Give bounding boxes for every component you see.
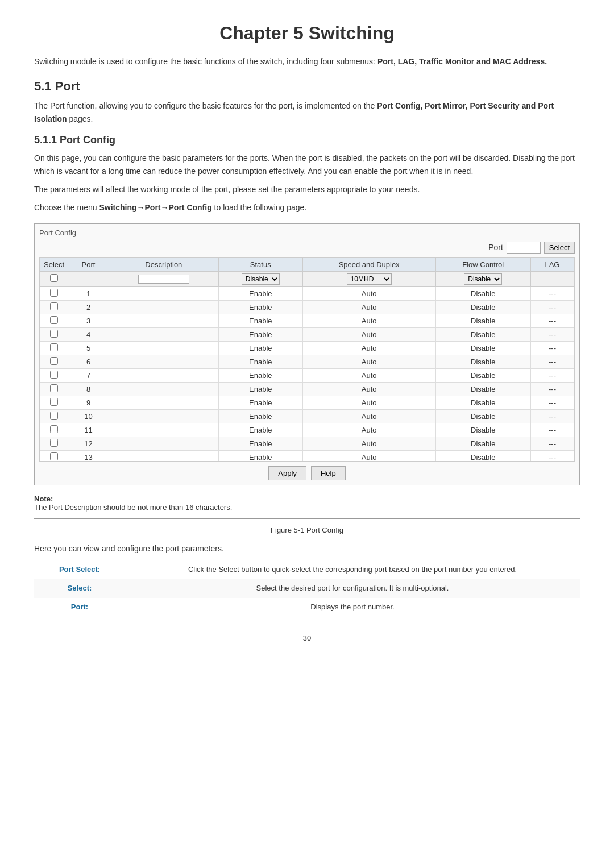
row-checkbox-cell[interactable] [40,368,68,382]
param-table-body: Port Select: Click the Select button to … [34,560,580,616]
row-description [109,437,218,450]
row-port: 9 [68,396,109,409]
row-checkbox[interactable] [50,343,58,351]
row-speed: Auto [302,396,435,409]
apply-button[interactable]: Apply [268,466,306,480]
row-description [109,423,218,437]
row-status: Enable [218,314,302,327]
port-config-box: Port Config Port Select Select Port Desc… [34,223,580,485]
row-status: Enable [218,368,302,382]
row-checkbox[interactable] [50,425,58,433]
row-checkbox[interactable] [50,316,58,324]
col-select: Select [40,258,68,271]
param-label: Port Select: [34,560,125,579]
row-checkbox[interactable] [50,439,58,447]
row-port: 3 [68,314,109,327]
speed-filter-select[interactable]: 10MHD 10MFD 100MHD 100MFD 1000MFD Auto [347,273,392,285]
filter-status-cell[interactable]: Disable Enable [218,271,302,286]
row-speed: Auto [302,314,435,327]
status-filter-select[interactable]: Disable Enable [242,273,280,285]
row-checkbox[interactable] [50,371,58,379]
menu-instruction-suffix: to load the following page. [212,203,307,212]
table-row: 7 Enable Auto Disable --- [40,368,574,382]
row-checkbox-cell[interactable] [40,409,68,423]
row-checkbox-cell[interactable] [40,396,68,409]
row-checkbox-cell[interactable] [40,286,68,300]
help-button[interactable]: Help [311,466,346,480]
description-filter-input[interactable] [138,275,189,284]
col-port: Port [68,258,109,271]
row-checkbox[interactable] [50,412,58,420]
row-flow: Disable [435,450,530,462]
table-row: 8 Enable Auto Disable --- [40,382,574,396]
table-filter-row: Disable Enable 10MHD 10MFD 100MHD 100MFD… [40,271,574,286]
row-checkbox-cell[interactable] [40,314,68,327]
row-status: Enable [218,437,302,450]
row-flow: Disable [435,368,530,382]
param-row: Port: Displays the port number. [34,598,580,617]
menu-path: Switching→Port→Port Config [99,203,211,212]
select-all-checkbox[interactable] [50,274,58,282]
param-table: Port Select: Click the Select button to … [34,560,580,616]
row-checkbox-cell[interactable] [40,450,68,462]
filter-flow-cell[interactable]: Disable Enable [435,271,530,286]
row-description [109,286,218,300]
table-row: 2 Enable Auto Disable --- [40,300,574,314]
row-status: Enable [218,396,302,409]
table-row: 3 Enable Auto Disable --- [40,314,574,327]
col-flow-control: Flow Control [435,258,530,271]
col-status: Status [218,258,302,271]
row-flow: Disable [435,300,530,314]
row-status: Enable [218,327,302,341]
row-checkbox-cell[interactable] [40,341,68,355]
filter-description-cell[interactable] [109,271,218,286]
row-description [109,409,218,423]
row-checkbox[interactable] [50,384,58,392]
row-lag: --- [530,437,574,450]
row-checkbox[interactable] [50,302,58,310]
row-lag: --- [530,382,574,396]
row-status: Enable [218,286,302,300]
row-port: 1 [68,286,109,300]
row-checkbox[interactable] [50,452,58,460]
menu-instruction-prefix: Choose the menu [34,203,99,212]
row-speed: Auto [302,409,435,423]
row-checkbox-cell[interactable] [40,423,68,437]
param-row: Select: Select the desired port for conf… [34,579,580,598]
action-buttons: Apply Help [39,466,575,480]
row-port: 5 [68,341,109,355]
row-speed: Auto [302,286,435,300]
filter-port-cell [68,271,109,286]
row-checkbox[interactable] [50,357,58,365]
port-table-wrapper[interactable]: Select Port Description Status Speed and… [39,257,575,462]
row-checkbox-cell[interactable] [40,355,68,368]
select-button[interactable]: Select [544,242,575,254]
table-row: 12 Enable Auto Disable --- [40,437,574,450]
row-checkbox-cell[interactable] [40,382,68,396]
port-select-input[interactable] [507,242,541,254]
intro-paragraph: Switching module is used to configure th… [34,55,580,68]
row-checkbox-cell[interactable] [40,437,68,450]
row-lag: --- [530,355,574,368]
row-port: 6 [68,355,109,368]
filter-checkbox-cell[interactable] [40,271,68,286]
row-port: 2 [68,300,109,314]
row-description [109,396,218,409]
row-speed: Auto [302,355,435,368]
filter-speed-cell[interactable]: 10MHD 10MFD 100MHD 100MFD 1000MFD Auto [302,271,435,286]
section-51-heading: 5.1 Port [34,79,580,94]
row-flow: Disable [435,382,530,396]
row-description [109,382,218,396]
row-checkbox-cell[interactable] [40,327,68,341]
filter-lag-cell [530,271,574,286]
row-checkbox-cell[interactable] [40,300,68,314]
row-checkbox[interactable] [50,398,58,406]
flow-filter-select[interactable]: Disable Enable [464,273,502,285]
port-table-body: 1 Enable Auto Disable --- 2 Enable Auto … [40,286,574,462]
row-checkbox[interactable] [50,289,58,297]
row-lag: --- [530,450,574,462]
row-checkbox[interactable] [50,330,58,338]
intro-text: Switching module is used to configure th… [34,57,377,66]
table-row: 6 Enable Auto Disable --- [40,355,574,368]
row-port: 8 [68,382,109,396]
